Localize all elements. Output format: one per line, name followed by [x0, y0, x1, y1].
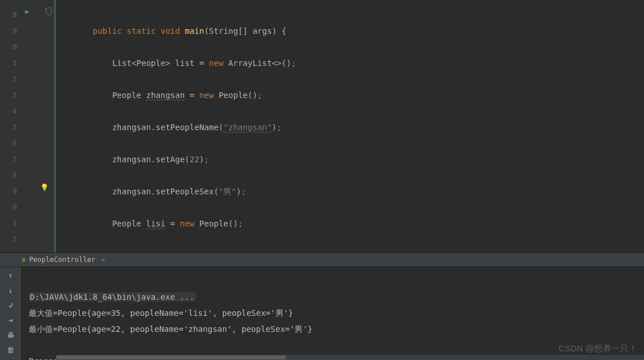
horizontal-scrollbar[interactable] [56, 355, 644, 360]
console-output[interactable]: D:\JAVA\jdk1.8_64\bin\java.exe ... 最大值=P… [22, 267, 644, 360]
ln: 1 [0, 55, 17, 71]
run-icon[interactable]: ▶ [25, 7, 29, 15]
ln: 1 [0, 216, 17, 232]
print-icon[interactable]: 🖶 [5, 330, 17, 339]
trash-icon[interactable]: 🗑 [5, 345, 17, 354]
ln: 0 [0, 39, 17, 55]
ln: 0 [0, 199, 17, 216]
scrollbar-thumb[interactable] [56, 355, 286, 359]
code-area[interactable]: public static void main(String[] args) {… [56, 0, 644, 252]
code-line: People zhangsan = new People(); [56, 87, 644, 103]
console-cmd: D:\JAVA\jdk1.8_64\bin\java.exe ... [29, 292, 196, 302]
code-line: zhangsan.setAge(22); [56, 151, 644, 167]
ln: 2 [0, 232, 17, 248]
ln: 3 [0, 87, 17, 103]
vcs-change-bar [54, 0, 56, 252]
bulb-icon[interactable]: 💡 [40, 183, 49, 191]
watermark: CSDN @想养一只！ [558, 343, 637, 354]
scroll-down-icon[interactable]: ↓ [5, 285, 17, 295]
tab-file-icon: ≡ [22, 256, 26, 264]
ln: 7 [0, 151, 17, 167]
code-line: zhangsan.setPeopleSex("男"); [56, 183, 644, 199]
code-line: public static void main(String[] args) { [56, 23, 644, 39]
console: ↑ ↓ ↲ ⇥ 🖶 🗑 D:\JAVA\jdk1.8_64\bin\java.e… [0, 267, 644, 360]
console-tabs: ≡ PeopleController × [0, 253, 644, 267]
gutter-icons: ▶ 💡 [17, 0, 56, 252]
ln: 5 [0, 119, 17, 135]
shield-icon[interactable] [45, 7, 52, 17]
code-line: People lisi = new People(); [56, 216, 644, 232]
soft-wrap-icon[interactable]: ↲ [5, 300, 17, 310]
ln: 9 [0, 23, 17, 39]
console-toolbar: ↑ ↓ ↲ ⇥ 🖶 🗑 [0, 267, 22, 360]
ln: 6 [0, 135, 17, 151]
console-tab-label[interactable]: PeopleController [29, 256, 96, 264]
close-icon[interactable]: × [101, 256, 105, 264]
console-line: 最小值=People{age=22, peopleName='zhangsan'… [29, 324, 312, 334]
ln: 2 [0, 71, 17, 87]
scroll-up-icon[interactable]: ↑ [5, 271, 17, 280]
console-line: 最大值=People{age=35, peopleName='lisi', pe… [29, 308, 293, 318]
ln: 8 [0, 7, 17, 23]
ln: 8 [0, 167, 17, 183]
editor-area: 8 9 0 1 2 3 4 5 6 7 8 9 0 1 2 ▶ 💡 public… [0, 0, 644, 252]
scroll-to-end-icon[interactable]: ⇥ [5, 315, 17, 324]
ln: 4 [0, 103, 17, 119]
code-line: List<People> list = new ArrayList<>(); [56, 55, 644, 71]
code-line: zhangsan.setPeopleName("zhangsan"); [56, 119, 644, 135]
line-numbers: 8 9 0 1 2 3 4 5 6 7 8 9 0 1 2 [0, 0, 17, 252]
ln: 9 [0, 183, 17, 199]
gutter: 8 9 0 1 2 3 4 5 6 7 8 9 0 1 2 ▶ 💡 [0, 0, 56, 252]
code-line: lisi.setPeopleName("lisi"); [56, 248, 644, 252]
